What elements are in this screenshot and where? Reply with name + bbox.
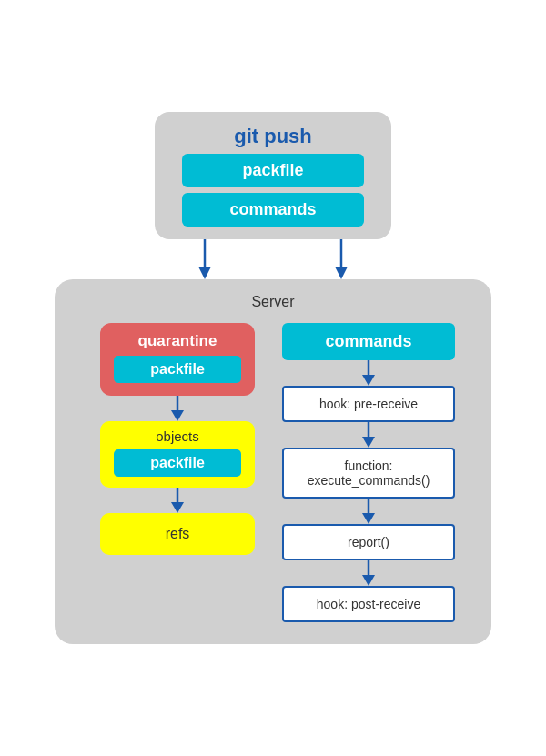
svg-marker-1 <box>198 267 211 279</box>
execute-commands-box: function: execute_commands() <box>282 448 455 499</box>
pre-receive-box: hook: pre-receive <box>282 386 455 422</box>
git-push-title: git push <box>234 125 312 148</box>
git-push-container: git push packfile commands <box>155 112 391 239</box>
quarantine-packfile-box: packfile <box>114 356 241 383</box>
split-arrow <box>127 239 419 279</box>
packfile-top-box: packfile <box>182 154 364 187</box>
svg-marker-7 <box>171 502 184 513</box>
arrow-prereceive-execute <box>359 422 378 448</box>
left-column: quarantine packfile objects packfile <box>91 323 264 622</box>
svg-marker-11 <box>362 437 375 448</box>
post-receive-box: hook: post-receive <box>282 586 455 622</box>
report-box: report() <box>282 524 455 560</box>
arrow-report-postreceive <box>359 560 378 586</box>
arrow-objects-refs <box>168 488 187 513</box>
svg-marker-3 <box>335 267 348 279</box>
svg-marker-9 <box>362 375 375 386</box>
diagram: git push packfile commands Server quaran… <box>18 94 528 662</box>
arrow-execute-report <box>359 499 378 524</box>
svg-marker-15 <box>362 575 375 586</box>
arrow-quarantine-objects <box>168 396 187 421</box>
svg-marker-5 <box>171 410 184 421</box>
refs-box: refs <box>100 513 255 555</box>
commands-top-box: commands <box>182 193 364 227</box>
right-column: commands hook: pre-receive <box>282 323 455 622</box>
quarantine-box: quarantine packfile <box>100 323 255 396</box>
quarantine-label: quarantine <box>138 332 217 350</box>
split-arrow-svg <box>127 239 419 279</box>
objects-label: objects <box>156 428 199 444</box>
commands-right-box: commands <box>282 323 455 360</box>
svg-marker-13 <box>362 513 375 524</box>
arrow-commands-prereceive <box>359 360 378 386</box>
server-inner: quarantine packfile objects packfile <box>73 323 473 622</box>
objects-box: objects packfile <box>100 421 255 488</box>
server-label: Server <box>73 294 473 310</box>
server-container: Server quarantine packfile <box>55 279 491 644</box>
objects-packfile-box: packfile <box>114 449 241 477</box>
